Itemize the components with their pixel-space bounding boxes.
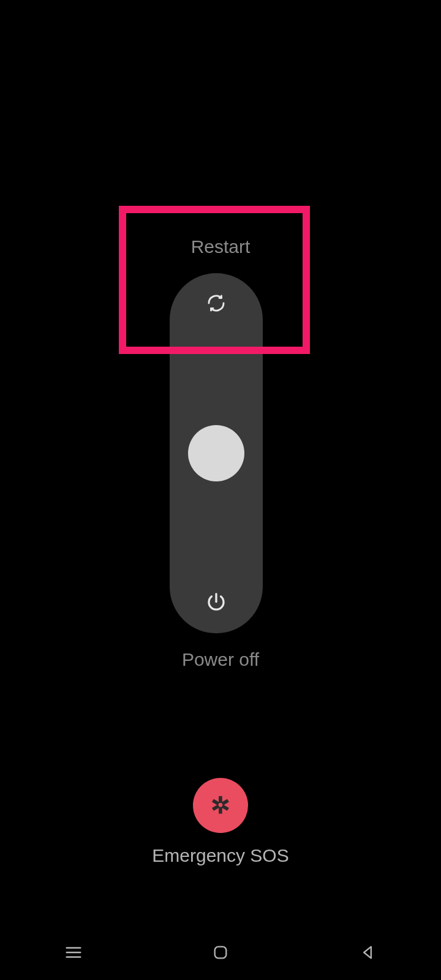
emergency-sos-label: Emergency SOS <box>0 845 441 866</box>
power-icon[interactable] <box>170 592 263 614</box>
emergency-sos-button[interactable]: ✲ <box>193 778 248 833</box>
power-slider-knob[interactable] <box>188 425 244 481</box>
nav-home-button[interactable] <box>178 944 263 961</box>
restart-label: Restart <box>0 236 441 257</box>
nav-back-button[interactable] <box>325 944 410 961</box>
nav-recent-button[interactable] <box>31 943 116 962</box>
restart-icon[interactable] <box>170 293 263 314</box>
nav-bar <box>0 925 441 980</box>
power-slider-track[interactable] <box>170 273 263 633</box>
power-off-label: Power off <box>0 649 441 670</box>
asterisk-icon: ✲ <box>211 794 230 817</box>
svg-rect-3 <box>215 947 227 959</box>
